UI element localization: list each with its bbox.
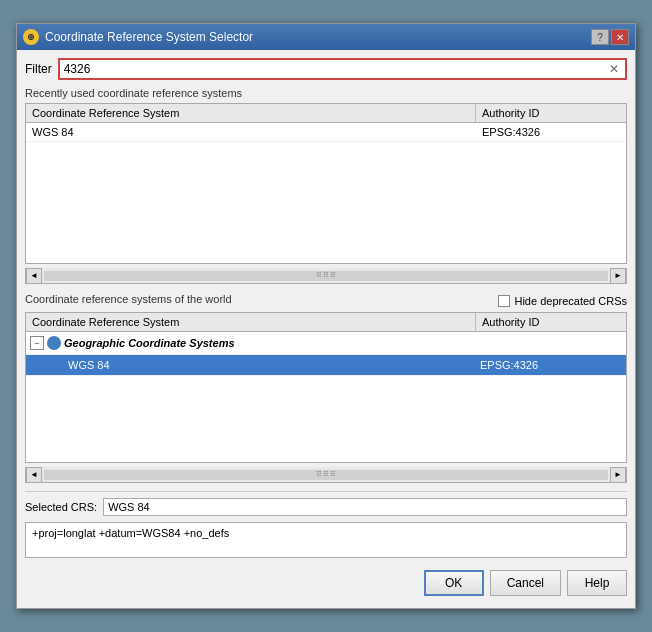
recently-used-authority-id: EPSG:4326 <box>476 123 626 141</box>
recently-used-col-crs: Coordinate Reference System <box>26 104 476 122</box>
hide-deprecated-label: Hide deprecated CRSs <box>514 295 627 307</box>
scroll-grip: ⠿⠿⠿ <box>316 271 337 280</box>
world-crs-scrollbar: ◄ ⠿⠿⠿ ► <box>25 467 627 483</box>
tree-item-cell: WGS 84 <box>26 357 476 373</box>
world-crs-table: Coordinate Reference System Authority ID… <box>25 312 627 463</box>
filter-clear-button[interactable]: ✕ <box>607 62 621 76</box>
hide-deprecated-checkbox[interactable] <box>498 295 510 307</box>
table-row[interactable]: WGS 84 EPSG:4326 <box>26 123 626 142</box>
filter-label: Filter <box>25 62 52 76</box>
world-scroll-grip: ⠿⠿⠿ <box>316 470 337 479</box>
world-scroll-right[interactable]: ► <box>610 467 626 483</box>
help-button[interactable]: Help <box>567 570 627 596</box>
button-row: OK Cancel Help <box>25 566 627 600</box>
recently-used-label: Recently used coordinate reference syste… <box>25 86 627 100</box>
title-buttons: ? ✕ <box>591 29 629 45</box>
proj-string: +proj=longlat +datum=WGS84 +no_defs <box>25 522 627 558</box>
recently-used-col-authority: Authority ID <box>476 104 626 122</box>
selected-crs-row: Selected CRS: WGS 84 <box>25 498 627 516</box>
title-bar: ⊕ Coordinate Reference System Selector ?… <box>17 24 635 50</box>
selected-crs-value: WGS 84 <box>103 498 627 516</box>
scroll-right-arrow[interactable]: ► <box>610 268 626 284</box>
world-crs-section-row: Coordinate reference systems of the worl… <box>25 292 627 309</box>
world-scroll-track[interactable]: ⠿⠿⠿ <box>44 470 608 480</box>
dialog-content: Filter ✕ Recently used coordinate refere… <box>17 50 635 608</box>
tree-group-authority <box>476 341 626 345</box>
selected-crs-label: Selected CRS: <box>25 501 97 513</box>
bottom-section: Selected CRS: WGS 84 +proj=longlat +datu… <box>25 491 627 600</box>
world-crs-col-crs: Coordinate Reference System <box>26 313 476 331</box>
filter-input[interactable] <box>64 62 607 76</box>
tree-toggle[interactable]: − <box>30 336 44 350</box>
world-scroll-left[interactable]: ◄ <box>26 467 42 483</box>
recently-used-scrollbar: ◄ ⠿⠿⠿ ► <box>25 268 627 284</box>
group-label: Geographic Coordinate Systems <box>64 337 235 349</box>
world-crs-header: Coordinate Reference System Authority ID <box>26 313 626 332</box>
tree-item-name: WGS 84 <box>68 359 110 371</box>
scroll-track[interactable]: ⠿⠿⠿ <box>44 271 608 281</box>
recently-used-body: WGS 84 EPSG:4326 <box>26 123 626 263</box>
close-button[interactable]: ✕ <box>611 29 629 45</box>
ok-button[interactable]: OK <box>424 570 484 596</box>
tree-group-cell: − Geographic Coordinate Systems <box>26 334 476 352</box>
world-crs-label: Coordinate reference systems of the worl… <box>25 292 232 306</box>
title-bar-left: ⊕ Coordinate Reference System Selector <box>23 29 253 45</box>
tree-item-authority: EPSG:4326 <box>476 357 626 373</box>
scroll-left-arrow[interactable]: ◄ <box>26 268 42 284</box>
cancel-button[interactable]: Cancel <box>490 570 561 596</box>
window-title: Coordinate Reference System Selector <box>45 30 253 44</box>
help-title-button[interactable]: ? <box>591 29 609 45</box>
hide-deprecated-row: Hide deprecated CRSs <box>498 295 627 307</box>
window-icon: ⊕ <box>23 29 39 45</box>
main-window: ⊕ Coordinate Reference System Selector ?… <box>16 23 636 609</box>
filter-row: Filter ✕ <box>25 58 627 80</box>
recently-used-table: Coordinate Reference System Authority ID… <box>25 103 627 264</box>
tree-group-row[interactable]: − Geographic Coordinate Systems <box>26 332 626 355</box>
world-crs-col-authority: Authority ID <box>476 313 626 331</box>
globe-icon <box>47 336 61 350</box>
world-crs-body: − Geographic Coordinate Systems WGS 84 E… <box>26 332 626 462</box>
filter-input-wrap: ✕ <box>58 58 627 80</box>
tree-item-row[interactable]: WGS 84 EPSG:4326 <box>26 355 626 376</box>
recently-used-crs-name: WGS 84 <box>26 123 476 141</box>
recently-used-header: Coordinate Reference System Authority ID <box>26 104 626 123</box>
